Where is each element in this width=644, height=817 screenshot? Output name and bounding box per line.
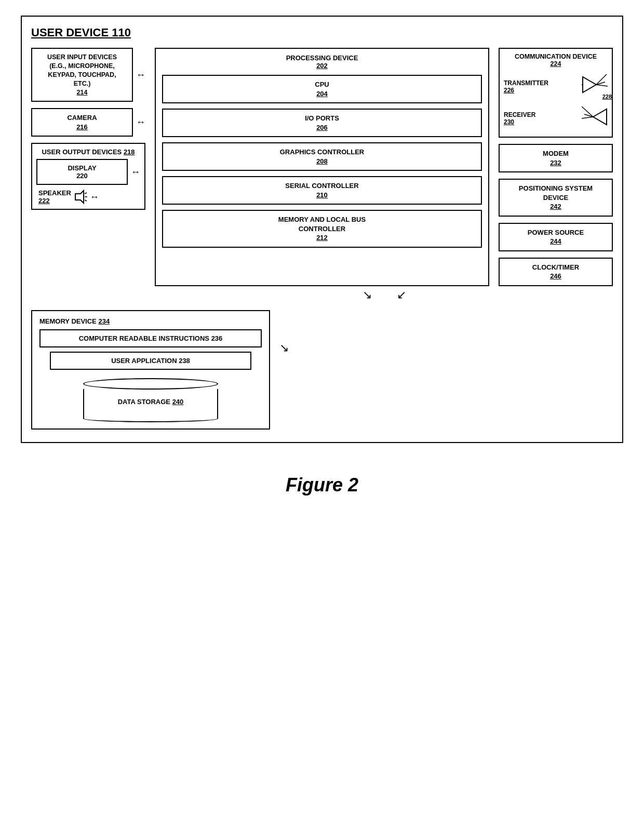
cpu-ref: 204 xyxy=(168,89,476,99)
speaker-ref: 222 xyxy=(38,197,50,205)
inner-devices: DISPLAY 220 ↔ SPEAKER 222 xyxy=(36,159,140,205)
bottom-section: MEMORY DEVICE 234 COMPUTER READABLE INST… xyxy=(31,310,613,430)
cylinder-top xyxy=(83,378,218,390)
positioning-ref: 242 xyxy=(505,202,607,211)
speaker-icon xyxy=(73,190,88,204)
antenna-ref: 228 xyxy=(602,93,612,100)
cri-box: COMPUTER READABLE INSTRUCTIONS 236 xyxy=(39,329,262,347)
data-storage-ref: 240 xyxy=(172,398,184,406)
center-down-arrows: ↘ ↙ xyxy=(156,288,613,302)
io-ports-box: I/O PORTS 206 xyxy=(162,109,482,137)
figure-caption: Figure 2 xyxy=(286,474,358,496)
user-app-box: USER APPLICATION 238 xyxy=(50,352,251,370)
bottom-right-arrows: ↘ xyxy=(279,310,289,355)
main-columns: USER INPUT DEVICES(E.G., MICROPHONE,KEYP… xyxy=(31,48,613,286)
user-input-ref: 214 xyxy=(37,88,127,97)
svg-line-11 xyxy=(582,117,593,118)
arrow-speaker: ↔ xyxy=(90,192,99,203)
modem-ref: 232 xyxy=(505,158,607,168)
svg-marker-12 xyxy=(593,109,607,125)
arrow-input-center: ↔ xyxy=(136,70,145,81)
proc-device-ref: 202 xyxy=(316,62,328,70)
serial-controller-box: SERIAL CONTROLLER 210 xyxy=(162,176,482,205)
cri-ref: 236 xyxy=(211,334,223,342)
camera-ref: 216 xyxy=(37,123,127,132)
svg-line-3 xyxy=(85,200,87,201)
right-column: COMMUNICATION DEVICE 224 TRANSMITTER 226 xyxy=(499,48,613,286)
left-column: USER INPUT DEVICES(E.G., MICROPHONE,KEYP… xyxy=(31,48,145,286)
memory-bus-ref: 212 xyxy=(168,233,476,243)
user-input-label: USER INPUT DEVICES(E.G., MICROPHONE,KEYP… xyxy=(47,53,117,87)
graphics-ref: 208 xyxy=(168,157,476,166)
modem-box: MODEM 232 xyxy=(499,144,613,172)
cylinder-middle: DATA STORAGE 240 xyxy=(83,389,218,415)
arrow-down-right: ↘ xyxy=(279,341,289,355)
diagram-body: USER INPUT DEVICES(E.G., MICROPHONE,KEYP… xyxy=(31,48,613,430)
io-ports-ref: 206 xyxy=(168,123,476,132)
speaker-label: SPEAKER 222 xyxy=(38,189,71,205)
comm-device-label: COMMUNICATION DEVICE 224 xyxy=(504,53,608,68)
diagram-container: USER DEVICE 110 USER INPUT DEVICES(E.G.,… xyxy=(21,16,623,443)
user-app-ref: 238 xyxy=(179,357,190,365)
user-output-label: USER OUTPUT DEVICES 218 xyxy=(36,148,140,156)
svg-marker-4 xyxy=(583,77,596,92)
serial-ref: 210 xyxy=(168,191,476,200)
arrow-display: ↔ xyxy=(131,167,140,178)
svg-marker-0 xyxy=(75,191,84,203)
user-input-devices-box: USER INPUT DEVICES(E.G., MICROPHONE,KEYP… xyxy=(31,48,133,102)
graphics-controller-box: GRAPHICS CONTROLLER 208 xyxy=(162,142,482,171)
receiver-label: RECEIVER 230 xyxy=(504,111,535,126)
cylinder-bottom xyxy=(83,415,218,422)
comm-device-box: COMMUNICATION DEVICE 224 TRANSMITTER 226 xyxy=(499,48,613,138)
power-source-ref: 244 xyxy=(505,237,607,246)
receiver-row: RECEIVER 230 xyxy=(504,104,608,132)
memory-bus-box: MEMORY AND LOCAL BUSCONTROLLER 212 xyxy=(162,210,482,248)
memory-device-outer-box: MEMORY DEVICE 234 COMPUTER READABLE INST… xyxy=(31,310,270,430)
camera-box: CAMERA 216 xyxy=(31,108,133,137)
svg-line-1 xyxy=(85,193,87,194)
proc-device-header: PROCESSING DEVICE 202 xyxy=(162,54,482,70)
user-output-box: USER OUTPUT DEVICES 218 DISPLAY 220 ↔ xyxy=(31,143,145,210)
arrow-camera-center: ↔ xyxy=(136,117,145,128)
positioning-box: POSITIONING SYSTEMDEVICE 242 xyxy=(499,179,613,217)
cylinder-data-storage: DATA STORAGE 240 xyxy=(83,378,218,422)
cpu-box: CPU 204 xyxy=(162,75,482,103)
svg-line-7 xyxy=(596,85,608,86)
transmitter-icon-area: 228 xyxy=(582,72,608,102)
memory-device-ref: 234 xyxy=(98,317,110,325)
transmitter-label: TRANSMITTER 226 xyxy=(504,79,548,94)
display-ref: 220 xyxy=(76,172,88,180)
center-column: PROCESSING DEVICE 202 CPU 204 I/O PORTS … xyxy=(155,48,489,286)
data-storage-container: DATA STORAGE 240 xyxy=(39,378,262,422)
clock-timer-ref: 246 xyxy=(505,272,607,281)
camera-label: CAMERA xyxy=(67,114,97,122)
receiver-icon xyxy=(582,104,608,132)
transmitter-row: TRANSMITTER 226 xyxy=(504,72,608,102)
user-device-title: USER DEVICE 110 xyxy=(31,26,613,39)
clock-timer-box: CLOCK/TIMER 246 xyxy=(499,258,613,286)
memory-device-label: MEMORY DEVICE 234 xyxy=(39,317,262,325)
user-output-ref: 218 xyxy=(124,148,135,156)
display-box: DISPLAY 220 xyxy=(36,159,128,185)
power-source-box: POWER SOURCE 244 xyxy=(499,223,613,251)
